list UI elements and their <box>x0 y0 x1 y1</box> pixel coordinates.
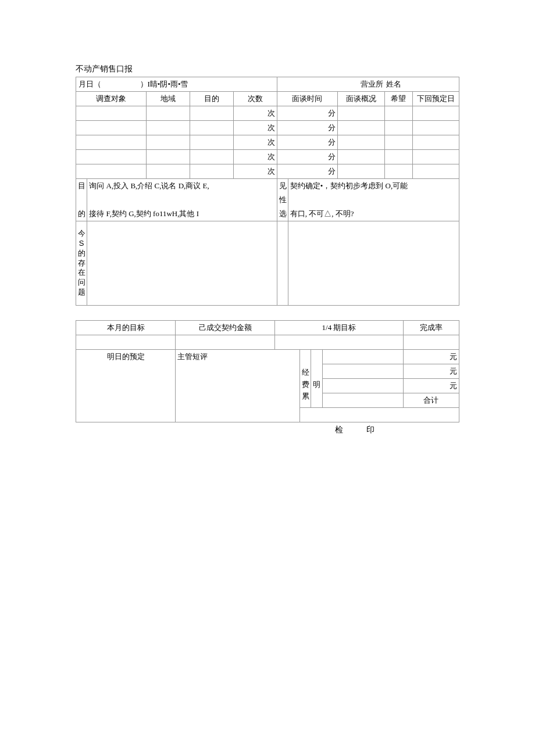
col-month-target: 本月的目标 <box>76 321 176 335</box>
col-contract-amount: 己成交契约金额 <box>176 321 275 335</box>
name-label: 姓名 <box>384 77 459 92</box>
table-row: 次 分 <box>76 121 459 135</box>
col-quarter-target: 1/4 期目标 <box>275 321 403 335</box>
table-row: 次 分 <box>76 135 459 150</box>
expense-row[interactable] <box>322 393 403 408</box>
col-interview-summary: 面谈概况 <box>338 92 384 106</box>
col-region: 地域 <box>146 92 190 106</box>
problem-label: 今 S 的 存 在 问 题 <box>76 221 87 306</box>
expense-total-row[interactable] <box>300 408 459 422</box>
ming-label: 明 <box>311 350 322 408</box>
yuan-3: 元 <box>403 379 459 393</box>
legend-mu: 目 <box>76 179 87 194</box>
summary-table: 本月的目标 己成交契约金额 1/4 期目标 完成率 明日的预定 主管短评 经 费… <box>76 320 459 422</box>
expense-row[interactable] <box>322 350 403 364</box>
col-interview-time: 面谈时间 <box>277 92 338 106</box>
expense-row[interactable] <box>322 379 403 393</box>
document-title: 不动产销售口报 <box>76 64 459 74</box>
col-purpose: 目的 <box>190 92 233 106</box>
yuan-1: 元 <box>403 350 459 364</box>
legend-xing: 性 <box>277 193 288 207</box>
supervisor-comment-area[interactable] <box>176 364 300 422</box>
main-table: 月日（ ）I睛•阴•雨•雪 营业所 姓名 调查对象 地域 目的 次数 面谈时间 … <box>76 77 459 306</box>
summary-row <box>76 335 459 350</box>
check-seal: 检印 <box>335 425 398 435</box>
legend-xuan: 选 <box>277 207 288 221</box>
expense-label: 经 费 累 <box>300 350 311 408</box>
col-hope: 希望 <box>384 92 412 106</box>
tomorrow-plan-label: 明日的预定 <box>76 350 176 364</box>
legend-poss-1: 契约确定•，契约初步考虑到 O,可能 <box>288 179 459 194</box>
problem-area-1[interactable] <box>87 221 277 306</box>
expense-row[interactable] <box>322 364 403 379</box>
table-row: 次 分 <box>76 106 459 121</box>
legend-poss-2: 有口, 不可△, 不明? <box>288 207 459 221</box>
office-label: 营业所 <box>277 77 384 92</box>
table-row: 次 分 <box>76 164 459 179</box>
legend-jian: 见 <box>277 179 288 194</box>
total-label: 合计 <box>403 393 459 408</box>
tomorrow-plan-area[interactable] <box>76 364 176 422</box>
legend-purpose-1: 询问 A,投入 B,介绍 C,说名 D,商议 E, <box>87 179 277 194</box>
problem-area-2[interactable] <box>288 221 459 306</box>
yuan-2: 元 <box>403 364 459 379</box>
col-next-date: 下回预定日 <box>412 92 459 106</box>
date-weather-cell: 月日（ ）I睛•阴•雨•雪 <box>76 77 277 92</box>
col-survey-target: 调查对象 <box>76 92 147 106</box>
col-complete-rate: 完成率 <box>403 321 459 335</box>
col-count: 次数 <box>233 92 277 106</box>
table-row: 次 分 <box>76 150 459 164</box>
supervisor-comment-label: 主管短评 <box>176 350 300 364</box>
legend-di: 的 <box>76 207 87 221</box>
legend-purpose-2: 接待 F,契约 G,契约 fo11wH,其他 I <box>87 207 277 221</box>
